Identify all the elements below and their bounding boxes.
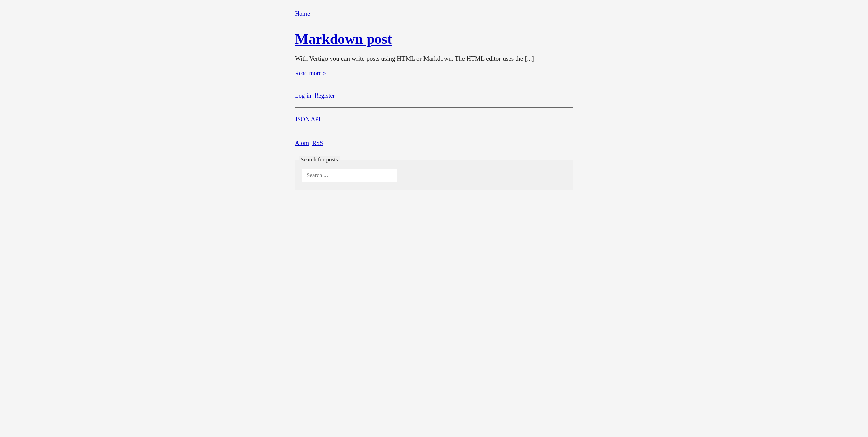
- post-title-link[interactable]: Markdown post: [295, 31, 573, 47]
- divider-1: [295, 84, 573, 84]
- search-legend: Search for posts: [299, 156, 340, 163]
- json-api-link[interactable]: JSON API: [295, 116, 321, 123]
- divider-4: [295, 155, 573, 155]
- auth-nav: Log inRegister: [295, 89, 573, 103]
- divider-3: [295, 131, 573, 131]
- register-link[interactable]: Register: [315, 92, 335, 99]
- api-nav: JSON API: [295, 112, 573, 126]
- atom-link[interactable]: Atom: [295, 140, 309, 146]
- search-section: Search for posts: [295, 160, 573, 190]
- page-container: Home Markdown post With Vertigo you can …: [281, 10, 587, 190]
- home-link[interactable]: Home: [295, 10, 310, 17]
- rss-link[interactable]: RSS: [312, 140, 323, 146]
- breadcrumb: Home: [295, 10, 573, 17]
- post-excerpt: With Vertigo you can write posts using H…: [295, 54, 573, 64]
- divider-2: [295, 107, 573, 108]
- read-more-link[interactable]: Read more »: [295, 70, 573, 77]
- login-link[interactable]: Log in: [295, 92, 311, 99]
- feed-nav: AtomRSS: [295, 136, 573, 150]
- search-input[interactable]: [302, 169, 397, 182]
